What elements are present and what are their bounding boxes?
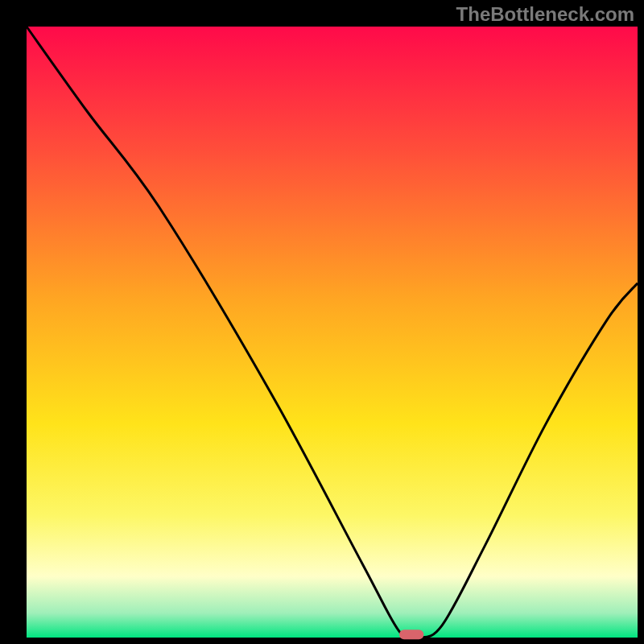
plot-background [27,27,638,638]
chart-container: TheBottleneck.com [0,0,644,644]
watermark-text: TheBottleneck.com [456,3,634,26]
optimal-marker [399,630,423,639]
bottleneck-chart [0,0,644,644]
